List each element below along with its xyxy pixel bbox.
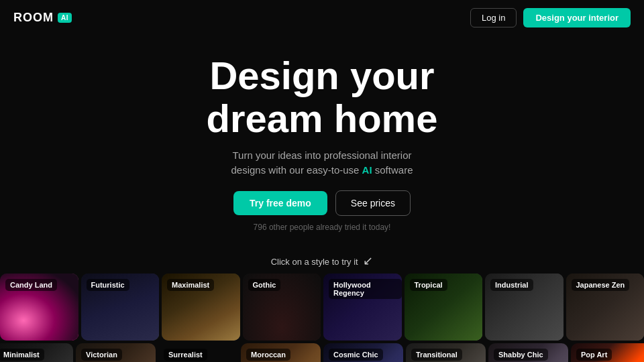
card-label: Surrealist — [164, 349, 207, 361]
card-label: Minimalist — [0, 349, 44, 361]
style-card-japanese-zen[interactable]: Japanese Zen — [566, 274, 645, 341]
style-card-gothic[interactable]: Gothic — [243, 274, 321, 341]
see-prices-button[interactable]: See prices — [335, 190, 411, 216]
click-hint-label: Click on a style to try it — [0, 253, 644, 268]
ai-highlight: AI — [362, 164, 372, 176]
logo-badge: AI — [58, 13, 72, 23]
social-proof: 796 other people already tried it today! — [13, 223, 631, 232]
login-button[interactable]: Log in — [470, 8, 517, 27]
card-label: Cosmic Chic — [329, 349, 383, 361]
style-card-maximalist[interactable]: Maximalist — [162, 274, 240, 341]
style-card-industrial[interactable]: Industrial — [485, 274, 564, 341]
card-label: Transitional — [411, 349, 462, 361]
card-label: Industrial — [490, 279, 533, 291]
card-label: Tropical — [410, 279, 447, 291]
navbar: ROOM AI Log in Design your interior — [0, 0, 644, 36]
card-label: Gothic — [248, 279, 281, 291]
style-row-2: MinimalistVictorianSurrealistMoroccanCos… — [0, 343, 644, 362]
free-demo-button[interactable]: Try free demo — [233, 191, 327, 215]
style-card-shabby-chic[interactable]: Shabby Chic — [488, 343, 568, 362]
card-label: Hollywood Regency — [329, 279, 402, 299]
style-card-victorian[interactable]: Victorian — [76, 343, 156, 362]
style-section: Click on a style to try it Candy LandFut… — [0, 253, 644, 362]
card-label: Pop Art — [576, 349, 612, 361]
logo-text: ROOM — [13, 11, 54, 25]
style-card-hollywood-regency[interactable]: Hollywood Regency — [323, 274, 402, 341]
hero-buttons: Try free demo See prices — [13, 190, 631, 216]
style-card-moroccan[interactable]: Moroccan — [241, 343, 321, 362]
style-card-transitional[interactable]: Transitional — [406, 343, 486, 362]
logo: ROOM AI — [13, 11, 72, 25]
style-card-pop-art[interactable]: Pop Art — [571, 343, 644, 362]
style-card-cosmic-chic[interactable]: Cosmic Chic — [323, 343, 403, 362]
card-label: Japanese Zen — [572, 279, 630, 291]
style-row-1: Candy LandFuturisticMaximalistGothicHoll… — [0, 274, 644, 341]
card-label: Futuristic — [87, 279, 129, 291]
style-card-surrealist[interactable]: Surrealist — [158, 343, 238, 362]
style-card-candy-land[interactable]: Candy Land — [0, 274, 78, 341]
hero-title: Design your dream home — [13, 54, 631, 140]
style-rows: Candy LandFuturisticMaximalistGothicHoll… — [0, 274, 644, 362]
card-label: Candy Land — [5, 279, 57, 291]
hero-section: Design your dream home Turn your ideas i… — [0, 36, 644, 244]
style-card-minimalist[interactable]: Minimalist — [0, 343, 73, 362]
style-card-tropical[interactable]: Tropical — [405, 274, 483, 341]
style-card-futuristic[interactable]: Futuristic — [81, 274, 160, 341]
card-label: Moroccan — [246, 349, 290, 361]
card-label: Victorian — [81, 349, 122, 361]
hero-subtitle: Turn your ideas into professional interi… — [13, 148, 631, 178]
nav-right: Log in Design your interior — [470, 8, 631, 27]
design-button[interactable]: Design your interior — [523, 8, 631, 27]
card-label: Maximalist — [167, 279, 214, 291]
card-label: Shabby Chic — [494, 349, 548, 361]
